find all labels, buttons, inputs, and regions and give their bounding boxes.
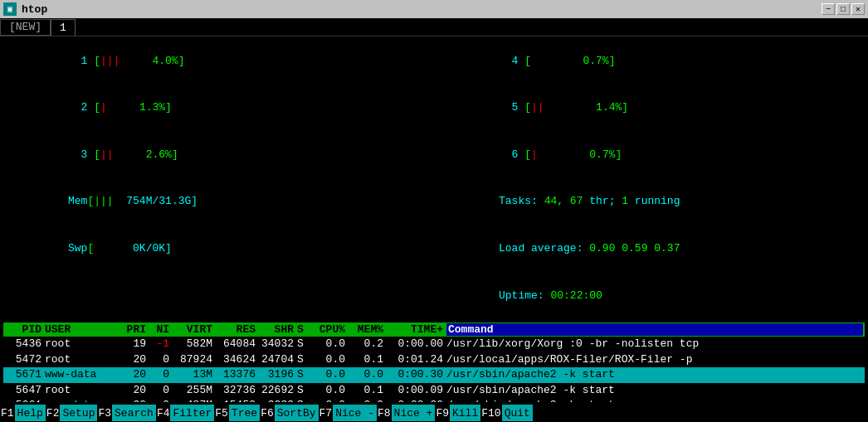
fkey-f2[interactable]: F2Setup	[46, 405, 98, 421]
fkey-label[interactable]: Filter	[170, 405, 214, 421]
fkey-label[interactable]: Quit	[502, 405, 533, 421]
cell-cmd: /usr/sbin/apache2 -k start	[446, 383, 863, 398]
table-row[interactable]: 5647root200255M3273622692S0.00.10:00.09/…	[3, 383, 865, 398]
cell-pid: 5436	[5, 337, 45, 352]
cell-virt: 582M	[173, 337, 216, 352]
cell-pri: 20	[119, 352, 149, 367]
cell-ni: 0	[149, 352, 173, 367]
table-row[interactable]: 5661www-data200487M154523232S0.00.00:00.…	[3, 398, 865, 402]
cell-s: S	[297, 383, 310, 398]
minimize-button[interactable]: −	[822, 3, 835, 15]
cell-user: www-data	[45, 367, 119, 382]
tab-1[interactable]: 1	[51, 19, 76, 36]
stat-cpu2: 2 [| 1.3%]	[3, 85, 434, 133]
fkey-num: F9	[435, 407, 450, 420]
fkey-label[interactable]: Tree	[229, 405, 260, 421]
fkey-label[interactable]: Help	[15, 405, 46, 421]
table-header: PID USER PRI NI VIRT RES SHR S CPU% MEM%…	[3, 323, 865, 337]
cell-cpu: 0.0	[310, 367, 349, 382]
col-header-s: S	[297, 323, 310, 336]
cell-pri: 20	[119, 383, 149, 398]
cell-ni: 0	[149, 367, 173, 382]
fkey-f7[interactable]: F7Nice -	[319, 405, 377, 421]
col-header-pri: PRI	[119, 323, 149, 336]
titlebar: ▣ htop − □ ✕	[0, 0, 868, 18]
fkey-f5[interactable]: F5Tree	[214, 405, 260, 421]
fkey-label[interactable]: Nice +	[392, 405, 436, 421]
cell-virt: 255M	[173, 383, 216, 398]
stats-area: 1 [||| 4.0%] 2 [| 1.3%] 3 [|| 2.6%] Mem[…	[3, 38, 865, 319]
cell-pri: 20	[119, 367, 149, 382]
fkey-label[interactable]: Search	[112, 405, 156, 421]
fkey-num: F8	[377, 407, 392, 420]
fkey-label[interactable]: SortBy	[275, 405, 319, 421]
cell-time: 0:00.30	[387, 367, 446, 382]
cell-pri: 19	[119, 337, 149, 352]
cell-shr: 22692	[259, 383, 297, 398]
cell-user: root	[45, 337, 119, 352]
cell-pri: 20	[119, 398, 149, 402]
fkey-num: F10	[480, 407, 501, 420]
terminal: 1 [||| 4.0%] 2 [| 1.3%] 3 [|| 2.6%] Mem[…	[0, 36, 868, 404]
cell-res: 32736	[216, 383, 259, 398]
tab-new[interactable]: [NEW]	[0, 19, 51, 36]
cell-cpu: 0.0	[310, 352, 349, 367]
fkey-num: F6	[260, 407, 275, 420]
col-header-user: USER	[45, 323, 119, 336]
cell-mem: 0.1	[349, 352, 387, 367]
cell-virt: 13M	[173, 367, 216, 382]
tabbar: [NEW] 1	[0, 18, 868, 36]
fkey-label[interactable]: Nice -	[333, 405, 377, 421]
cell-cmd: /usr/sbin/apache2 -k start	[446, 398, 863, 402]
app-title: htop	[22, 3, 47, 16]
cell-res: 15452	[216, 398, 259, 402]
stat-mem: Mem[||| 754M/31.3G]	[3, 179, 434, 226]
fkey-num: F2	[46, 407, 61, 420]
cell-res: 64084	[216, 337, 259, 352]
close-button[interactable]: ✕	[851, 3, 865, 15]
fkey-f4[interactable]: F4Filter	[156, 405, 214, 421]
cell-cmd: /usr/local/apps/ROX-Filer/ROX-Filer -p	[446, 352, 863, 367]
cell-virt: 487M	[173, 398, 216, 402]
col-header-cpu: CPU%	[310, 323, 349, 336]
fkey-f10[interactable]: F10Quit	[480, 405, 533, 421]
fkey-f1[interactable]: F1Help	[0, 405, 46, 421]
cell-mem: 0.2	[349, 337, 387, 352]
col-header-mem: MEM%	[349, 323, 387, 336]
cell-res: 34624	[216, 352, 259, 367]
fkey-num: F3	[97, 407, 112, 420]
cell-time: 0:00.09	[387, 383, 446, 398]
stat-swp: Swp[ 0K/0K]	[3, 226, 434, 273]
cell-shr: 3196	[259, 367, 297, 382]
fkey-label[interactable]: Setup	[60, 405, 97, 421]
stat-uptime: Uptime: 00:22:00	[434, 273, 865, 320]
cell-mem: 0.1	[349, 383, 387, 398]
cell-user: root	[45, 383, 119, 398]
cell-time: 0:01.24	[387, 352, 446, 367]
stats-right: 4 [ 0.7%] 5 [|| 1.4%] 6 [| 0.7%] Tasks: …	[434, 38, 865, 319]
cell-virt: 87924	[173, 352, 216, 367]
cell-ni: 0	[149, 383, 173, 398]
fkey-f3[interactable]: F3Search	[97, 405, 155, 421]
cell-user: root	[45, 352, 119, 367]
cell-mem: 0.0	[349, 398, 387, 402]
app: ▣ htop − □ ✕ [NEW] 1 1 [||| 4.0%]	[0, 0, 868, 422]
cell-cmd: /usr/lib/xorg/Xorg :0 -br -nolisten tcp	[446, 337, 863, 352]
cell-cpu: 0.0	[310, 383, 349, 398]
maximize-button[interactable]: □	[836, 3, 850, 15]
table-row[interactable]: 5472root200879243462424704S0.00.10:01.24…	[3, 352, 865, 367]
fkey-num: F4	[156, 407, 171, 420]
cell-time: 0:00.00	[387, 337, 446, 352]
cell-pid: 5472	[5, 352, 45, 367]
fkey-f6[interactable]: F6SortBy	[260, 405, 318, 421]
fkey-f9[interactable]: F9Kill	[435, 405, 480, 421]
col-header-res: RES	[216, 323, 259, 336]
fkey-label[interactable]: Kill	[450, 405, 480, 421]
table-row[interactable]: 5671www-data20013M133763196S0.00.00:00.3…	[3, 367, 865, 382]
fkey-f8[interactable]: F8Nice +	[377, 405, 435, 421]
col-header-virt: VIRT	[173, 323, 216, 336]
app-icon: ▣	[3, 2, 17, 16]
titlebar-left: ▣ htop	[3, 2, 47, 16]
table-row[interactable]: 5436root19-1582M6408434032S0.00.20:00.00…	[3, 337, 865, 352]
stat-tasks: Tasks: 44, 67 thr; 1 running	[434, 179, 865, 226]
